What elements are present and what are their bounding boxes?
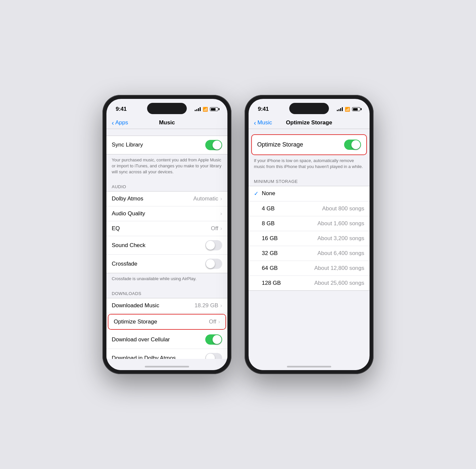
sync-library-label: Sync Library xyxy=(112,142,143,148)
status-time-right: 9:41 xyxy=(258,106,269,112)
storage-64gb-label: 64 GB xyxy=(262,265,314,272)
downloaded-music-chevron: › xyxy=(220,302,222,309)
sound-check-toggle[interactable] xyxy=(205,240,222,250)
optimize-storage-label-right: Optimize Storage xyxy=(257,141,303,148)
right-screen: 9:41 📶 ‹ Music Optimize Storage xyxy=(249,99,370,370)
nav-back-label-right: Music xyxy=(258,119,272,126)
nav-title-right: Optimize Storage xyxy=(286,119,332,126)
downloaded-music-row[interactable]: Downloaded Music 18.29 GB › xyxy=(106,298,227,313)
dynamic-island-left xyxy=(147,103,187,114)
dolby-atmos-label: Dolby Atmos xyxy=(112,195,143,202)
nav-back-left[interactable]: ‹ Apps xyxy=(112,119,128,126)
eq-row[interactable]: EQ Off › xyxy=(106,221,227,236)
dolby-atmos-value: Automatic xyxy=(193,195,218,202)
audio-quality-label: Audio Quality xyxy=(112,210,145,217)
downloads-settings-group: Downloaded Music 18.29 GB › Optimize Sto… xyxy=(106,298,227,359)
audio-section-label: AUDIO xyxy=(106,179,227,191)
sync-library-row[interactable]: Sync Library xyxy=(106,136,227,154)
storage-4gb-desc: About 800 songs xyxy=(322,205,364,212)
status-icons-right: 📶 xyxy=(337,107,360,112)
home-indicator-left xyxy=(106,359,227,370)
optimize-storage-row-right[interactable]: Optimize Storage xyxy=(252,135,366,154)
storage-128gb-desc: About 25,600 songs xyxy=(314,280,364,286)
storage-8gb-label: 8 GB xyxy=(262,220,317,227)
optimize-storage-toggle-right[interactable] xyxy=(344,140,361,150)
left-phone: 9:41 📶 ‹ Apps Music xyxy=(102,95,231,374)
nav-back-label-left: Apps xyxy=(115,119,128,126)
optimize-storage-chevron-left: › xyxy=(218,319,220,325)
scroll-content-left[interactable]: Sync Library Your purchased music, conte… xyxy=(106,129,227,359)
sound-check-row[interactable]: Sound Check xyxy=(106,236,227,255)
min-storage-section-label: MINIMUM STORAGE xyxy=(249,174,370,186)
storage-4gb-label: 4 GB xyxy=(262,205,322,212)
battery-icon-left xyxy=(210,107,218,111)
sync-helper-text: Your purchased music, content you add fr… xyxy=(106,154,227,179)
dolby-atmos-chevron: › xyxy=(220,195,222,202)
downloads-section-label: DOWNLOADS xyxy=(106,286,227,298)
optimize-storage-row-left[interactable]: Optimize Storage Off › xyxy=(108,315,225,329)
sync-library-toggle[interactable] xyxy=(205,140,222,150)
storage-128gb-label: 128 GB xyxy=(262,280,314,286)
storage-32gb-row[interactable]: 32 GB About 6,400 songs xyxy=(249,246,370,261)
crossfade-helper-text: Crossfade is unavailable while using Air… xyxy=(106,273,227,286)
storage-16gb-row[interactable]: 16 GB About 3,200 songs xyxy=(249,231,370,246)
optimize-storage-highlight-right: Optimize Storage xyxy=(251,134,367,155)
storage-128gb-row[interactable]: 128 GB About 25,600 songs xyxy=(249,276,370,290)
wifi-icon-left: 📶 xyxy=(203,107,208,112)
status-icons-left: 📶 xyxy=(195,107,218,112)
dolby-atmos-row[interactable]: Dolby Atmos Automatic › xyxy=(106,192,227,206)
download-cellular-row[interactable]: Download over Cellular xyxy=(106,330,227,349)
status-time-left: 9:41 xyxy=(116,106,127,112)
storage-16gb-desc: About 3,200 songs xyxy=(317,235,364,242)
storage-32gb-desc: About 6,400 songs xyxy=(317,250,364,257)
audio-quality-row[interactable]: Audio Quality › xyxy=(106,206,227,221)
crossfade-label: Crossfade xyxy=(112,261,137,267)
download-dolby-row[interactable]: Download in Dolby Atmos xyxy=(106,349,227,359)
storage-none-row[interactable]: ✓ None xyxy=(249,186,370,201)
download-dolby-toggle[interactable] xyxy=(205,353,222,359)
downloaded-music-value: 18.29 GB xyxy=(195,302,218,309)
sound-check-label: Sound Check xyxy=(112,242,145,249)
storage-64gb-desc: About 12,800 songs xyxy=(314,265,364,272)
right-phone: 9:41 📶 ‹ Music Optimize Storage xyxy=(245,95,374,374)
nav-back-right[interactable]: ‹ Music xyxy=(254,119,272,126)
eq-value: Off xyxy=(211,225,218,232)
storage-4gb-row[interactable]: 4 GB About 800 songs xyxy=(249,201,370,216)
nav-header-right: ‹ Music Optimize Storage xyxy=(249,117,370,129)
storage-8gb-row[interactable]: 8 GB About 1,600 songs xyxy=(249,216,370,231)
crossfade-row[interactable]: Crossfade xyxy=(106,255,227,273)
storage-options-group: ✓ None 4 GB About 800 songs 8 GB About 1… xyxy=(249,186,370,291)
storage-none-label: None xyxy=(262,190,364,197)
left-screen: 9:41 📶 ‹ Apps Music xyxy=(106,99,227,370)
home-indicator-right xyxy=(249,359,370,370)
battery-icon-right xyxy=(352,107,360,111)
signal-icon-right xyxy=(337,107,343,111)
download-dolby-label: Download in Dolby Atmos xyxy=(112,355,176,359)
eq-label: EQ xyxy=(112,225,120,232)
storage-8gb-desc: About 1,600 songs xyxy=(317,220,364,227)
sync-library-group: Sync Library xyxy=(106,136,227,154)
storage-64gb-row[interactable]: 64 GB About 12,800 songs xyxy=(249,261,370,276)
optimize-storage-highlight-left: Optimize Storage Off › xyxy=(108,314,226,330)
audio-quality-chevron: › xyxy=(220,210,222,217)
scroll-content-right[interactable]: Optimize Storage If your iPhone is low o… xyxy=(249,129,370,359)
audio-settings-group: Dolby Atmos Automatic › Audio Quality › … xyxy=(106,191,227,273)
storage-16gb-label: 16 GB xyxy=(262,235,317,242)
optimize-storage-value-left: Off xyxy=(209,319,216,325)
optimize-storage-label-left: Optimize Storage xyxy=(114,319,157,325)
eq-chevron: › xyxy=(220,225,222,232)
signal-icon-left xyxy=(195,107,201,111)
wifi-icon-right: 📶 xyxy=(345,107,350,112)
dynamic-island-right xyxy=(289,103,329,114)
back-chevron-left: ‹ xyxy=(112,119,114,126)
storage-none-check: ✓ xyxy=(254,190,262,197)
back-chevron-right: ‹ xyxy=(254,119,256,126)
nav-title-left: Music xyxy=(159,119,175,126)
download-cellular-label: Download over Cellular xyxy=(112,336,170,343)
storage-32gb-label: 32 GB xyxy=(262,250,317,257)
nav-header-left: ‹ Apps Music xyxy=(106,117,227,129)
download-cellular-toggle[interactable] xyxy=(205,334,222,345)
crossfade-toggle[interactable] xyxy=(205,259,222,269)
downloaded-music-label: Downloaded Music xyxy=(112,302,159,309)
optimize-helper-text: If your iPhone is low on space, automati… xyxy=(249,155,370,174)
